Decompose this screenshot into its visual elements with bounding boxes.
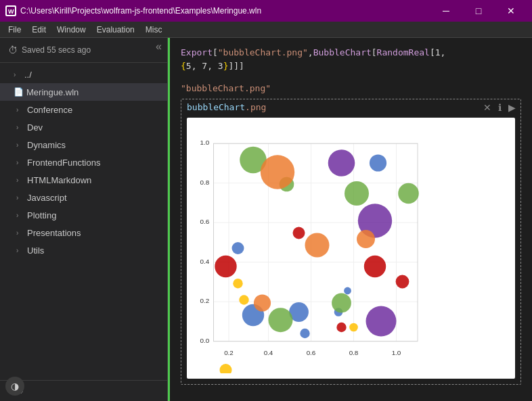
svg-point-48: [396, 275, 409, 289]
svg-point-32: [328, 149, 355, 176]
sidebar-item-frontendfunctions[interactable]: › FrontendFunctions: [0, 154, 167, 171]
app-icon: W: [5, 5, 16, 16]
sidebar-item-label: Dynamics: [27, 140, 66, 150]
chevron-right-icon: ›: [16, 124, 24, 131]
svg-text:0.6: 0.6: [200, 218, 209, 225]
sidebar-tree: › ../ 📄 Meringue.wln › Conference › Dev …: [0, 63, 167, 380]
chevron-right-icon: ›: [16, 106, 24, 114]
sidebar-item-label: Conference: [27, 105, 72, 115]
code-input: Export["bubbleChart.png",BubbleChart[Ran…: [170, 38, 532, 80]
sidebar-item-label: ../: [24, 70, 32, 80]
svg-point-50: [233, 279, 242, 288]
cell-container: bubbleChart.png ✕ ℹ ▶ 1.0 0.8 0.6 0.4 0.…: [181, 99, 521, 385]
svg-point-53: [349, 323, 358, 332]
sidebar-item-utils[interactable]: › Utils: [0, 241, 167, 259]
svg-point-33: [366, 306, 397, 337]
minimize-button[interactable]: ─: [430, 0, 462, 22]
chevron-right-icon: ›: [16, 194, 24, 202]
sidebar-item-label: Plotting: [27, 210, 56, 220]
chevron-right-icon: ›: [16, 229, 24, 237]
chevron-right-icon: ›: [16, 212, 24, 219]
svg-point-52: [398, 183, 419, 204]
sidebar-collapse-button[interactable]: «: [156, 41, 162, 53]
run-button[interactable]: ▶: [506, 102, 518, 113]
svg-point-45: [215, 256, 236, 277]
sidebar-item-presentations[interactable]: › Presentations: [0, 224, 167, 241]
theme-toggle-button[interactable]: ◑: [5, 377, 24, 396]
cell-header: bubbleChart.png: [181, 99, 520, 115]
chart-container: 1.0 0.8 0.6 0.4 0.2 0.0 0.2 0.4 0.6 0.8 …: [187, 118, 515, 379]
svg-point-51: [370, 154, 386, 171]
cell-filename: bubbleChart.png: [187, 102, 266, 112]
svg-point-49: [336, 323, 346, 332]
chevron-right-icon: ›: [16, 159, 24, 166]
info-button[interactable]: ℹ: [496, 102, 504, 113]
svg-text:0.6: 0.6: [307, 349, 316, 356]
output-string: "bubbleChart.png": [170, 80, 532, 96]
svg-text:0.0: 0.0: [200, 337, 209, 344]
svg-text:0.8: 0.8: [349, 349, 359, 356]
sidebar-item-label: Utils: [27, 245, 44, 256]
svg-point-40: [254, 294, 271, 311]
sidebar-item-plotting[interactable]: › Plotting: [0, 206, 167, 224]
menubar: FileEditWindowEvaluationMisc: [0, 22, 532, 38]
sidebar-item-javascript[interactable]: › Javascript: [0, 189, 167, 206]
svg-point-39: [261, 155, 294, 189]
svg-point-25: [232, 242, 244, 254]
svg-text:0.2: 0.2: [224, 349, 234, 356]
sidebar: « ⏱ Saved 55 secs ago › ../ 📄 Meringue.w…: [0, 38, 168, 401]
content-area: Export["bubbleChart.png",BubbleChart[Ran…: [170, 38, 532, 401]
menubar-item-edit[interactable]: Edit: [26, 24, 51, 36]
svg-point-47: [364, 256, 386, 277]
menubar-item-misc[interactable]: Misc: [140, 24, 168, 36]
cell-actions: ✕ ℹ ▶: [481, 102, 518, 113]
titlebar-controls: ─ □ ✕: [430, 0, 527, 22]
chevron-right-icon: ›: [14, 71, 22, 78]
svg-point-41: [220, 364, 232, 373]
saved-text: Saved 55 secs ago: [22, 45, 91, 55]
chevron-right-icon: ›: [16, 247, 24, 254]
sidebar-item-meringue[interactable]: 📄 Meringue.wln: [0, 83, 167, 101]
sidebar-item-htmlmarkdown[interactable]: › HTMLMarkdown: [0, 171, 167, 189]
sidebar-item-dev[interactable]: › Dev: [0, 118, 167, 136]
svg-text:W: W: [8, 8, 14, 15]
sidebar-item-label: Dev: [27, 122, 43, 133]
svg-text:1.0: 1.0: [200, 139, 209, 146]
main-layout: « ⏱ Saved 55 secs ago › ../ 📄 Meringue.w…: [0, 38, 532, 401]
svg-text:0.8: 0.8: [200, 179, 209, 186]
svg-text:0.4: 0.4: [200, 258, 209, 265]
maximize-button[interactable]: □: [463, 0, 494, 22]
svg-point-44: [357, 230, 375, 248]
svg-point-43: [305, 233, 330, 258]
bubble-chart: 1.0 0.8 0.6 0.4 0.2 0.0 0.2 0.4 0.6 0.8 …: [192, 123, 436, 373]
sidebar-item-label: HTMLMarkdown: [27, 175, 91, 185]
close-button[interactable]: ✕: [495, 0, 527, 22]
sidebar-item-label: FrontendFunctions: [27, 158, 100, 168]
delete-button[interactable]: ✕: [481, 102, 493, 113]
sidebar-item-parent[interactable]: › ../: [0, 66, 167, 83]
svg-point-36: [345, 181, 369, 206]
svg-point-28: [300, 329, 309, 338]
sidebar-item-dynamics[interactable]: › Dynamics: [0, 136, 167, 154]
code-line-1: Export["bubbleChart.png",BubbleChart[Ran…: [181, 46, 521, 60]
svg-point-42: [239, 295, 248, 304]
sidebar-item-label: Presentations: [27, 228, 81, 238]
titlebar-title: C:\Users\Kirill\Projects\wolfram-js-fron…: [20, 6, 261, 16]
menubar-item-evaluation[interactable]: Evaluation: [91, 24, 140, 36]
sidebar-bottom: + ›: [0, 380, 167, 401]
file-icon: 📄: [14, 87, 24, 97]
sidebar-item-label: Javascript: [27, 193, 67, 203]
sidebar-item-conference[interactable]: › Conference: [0, 101, 167, 118]
menubar-item-window[interactable]: Window: [51, 24, 91, 36]
svg-text:0.2: 0.2: [200, 297, 209, 304]
svg-point-30: [344, 287, 351, 295]
menubar-item-file[interactable]: File: [3, 24, 26, 36]
theme-toggle-area: ◑: [5, 377, 24, 396]
code-line-2: {5, 7, 3}]]]: [181, 60, 521, 73]
sidebar-saved-status: ⏱ Saved 55 secs ago: [0, 38, 167, 63]
svg-point-46: [293, 227, 305, 239]
chevron-right-icon: ›: [16, 141, 24, 149]
titlebar-left: W C:\Users\Kirill\Projects\wolfram-js-fr…: [5, 5, 261, 16]
sidebar-item-label: Meringue.wln: [26, 87, 79, 97]
svg-text:0.4: 0.4: [264, 349, 273, 356]
